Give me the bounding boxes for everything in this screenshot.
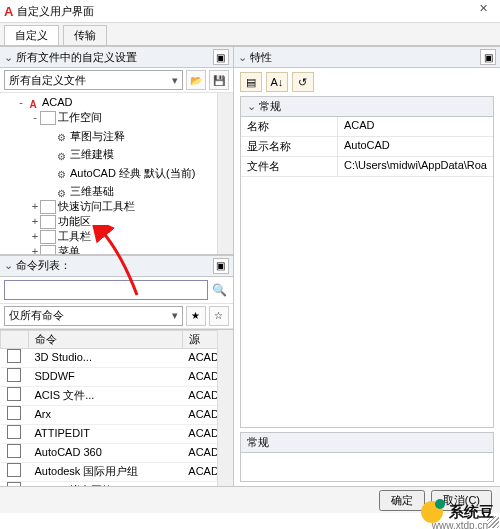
command-list[interactable]: 命令 源 3D Studio...ACADSDDWFACADACIS 文件...… [0,329,233,487]
gear-icon: ⚙ [54,130,68,142]
command-icon [7,406,21,420]
categorize-button[interactable]: ▤ [240,72,262,92]
sort-az-button[interactable]: A↓ [266,72,288,92]
favorites-button[interactable]: ☆ [209,306,229,326]
collapse-icon[interactable]: ⌄ [4,259,14,272]
tree-ws3[interactable]: 三维基础 [70,184,114,199]
reset-button[interactable]: ↺ [292,72,314,92]
command-icon [7,463,21,477]
command-name: ACIS 文件... [29,386,183,405]
folder-icon [40,215,56,229]
command-row[interactable]: Autodesk 国际用户组ACAD [1,462,233,481]
command-row[interactable]: ACIS 文件...ACAD [1,386,233,405]
prop-category[interactable]: ⌄ 常规 [241,97,493,117]
folder-icon [40,200,56,214]
description-panel: 常规 [240,432,494,482]
chevron-down-icon: ▾ [172,309,178,322]
command-icon [7,444,21,458]
open-button[interactable]: 📂 [186,70,206,90]
panel-pin-icon[interactable]: ▣ [480,49,496,65]
prop-row-filename[interactable]: 文件名 C:\Users\midwi\AppData\Roa [241,157,493,177]
app-logo-icon: A [4,4,13,19]
tree-ws0[interactable]: 草图与注释 [70,129,125,144]
cancel-button[interactable]: 取消(C) [431,490,492,511]
tree-n2[interactable]: 工具栏 [58,229,91,244]
window-resize-handle[interactable] [487,516,499,528]
gear-icon: ⚙ [54,186,68,198]
gear-icon: ⚙ [54,149,68,161]
ok-button[interactable]: 确定 [379,490,425,511]
prop-row-name[interactable]: 名称 ACAD [241,117,493,137]
collapse-icon[interactable]: ⌄ [4,51,14,64]
acad-icon: A [26,97,40,109]
gear-icon: ⚙ [54,167,68,179]
window-close-button[interactable]: ✕ [470,2,496,20]
command-row[interactable]: ArxACAD [1,405,233,424]
commandlist-scrollbar[interactable] [217,330,233,487]
new-command-button[interactable]: ★ [186,306,206,326]
property-grid[interactable]: ⌄ 常规 名称 ACAD 显示名称 AutoCAD 文件名 C:\Users\m… [240,96,494,428]
command-filter-dropdown[interactable]: 仅所有命令 ▾ [4,306,183,326]
chevron-down-icon: ▾ [172,74,178,87]
mode-tabs: 自定义 传输 [0,23,500,46]
command-name: AutoCAD 360 [29,443,183,462]
search-icon[interactable]: 🔍 [211,281,229,299]
tree-scrollbar[interactable] [217,93,233,254]
panel-pin-icon[interactable]: ▣ [213,49,229,65]
custom-settings-header: ⌄ 所有文件中的自定义设置 ▣ [0,46,233,68]
tree-n1[interactable]: 功能区 [58,214,91,229]
tree-workspace[interactable]: 工作空间 [58,110,102,125]
command-icon [7,368,21,382]
folder-icon [40,111,56,125]
tree-n3[interactable]: 菜单 [58,244,80,255]
tab-transfer[interactable]: 传输 [63,25,107,45]
window-title: 自定义用户界面 [17,4,470,19]
tree-root[interactable]: ACAD [42,95,73,110]
save-all-button[interactable]: 💾 [209,70,229,90]
tab-customize[interactable]: 自定义 [4,25,59,45]
col-command[interactable]: 命令 [29,330,183,348]
command-icon [7,349,21,363]
folder-icon [40,230,56,244]
command-name: ATTIPEDIT [29,424,183,443]
tree-n0[interactable]: 快速访问工具栏 [58,199,135,214]
command-icon [7,425,21,439]
command-row[interactable]: SDDWFACAD [1,367,233,386]
tree-ws2[interactable]: AutoCAD 经典 默认(当前) [70,166,195,181]
command-name: Arx [29,405,183,424]
prop-row-displayname[interactable]: 显示名称 AutoCAD [241,137,493,157]
command-list-header: ⌄ 命令列表： ▣ [0,255,233,277]
command-search-input[interactable] [4,280,208,300]
command-row[interactable]: AutoCAD 360ACAD [1,443,233,462]
folder-icon [40,245,56,255]
command-name: Autodesk 国际用户组 [29,462,183,481]
command-name: 3D Studio... [29,348,183,367]
command-row[interactable]: 3D Studio...ACAD [1,348,233,367]
command-name: SDDWF [29,367,183,386]
tree-ws1[interactable]: 三维建模 [70,147,114,162]
panel-pin-icon[interactable]: ▣ [213,258,229,274]
collapse-icon[interactable]: ⌄ [238,51,248,64]
command-row[interactable]: ATTIPEDITACAD [1,424,233,443]
properties-header: ⌄ 特性 ▣ [234,46,500,68]
customization-tree[interactable]: -AACAD -工作空间 ⚙草图与注释 ⚙三维建模 ⚙AutoCAD 经典 默认… [0,93,233,255]
command-icon [7,387,21,401]
custom-file-dropdown[interactable]: 所有自定义文件 ▾ [4,70,183,90]
